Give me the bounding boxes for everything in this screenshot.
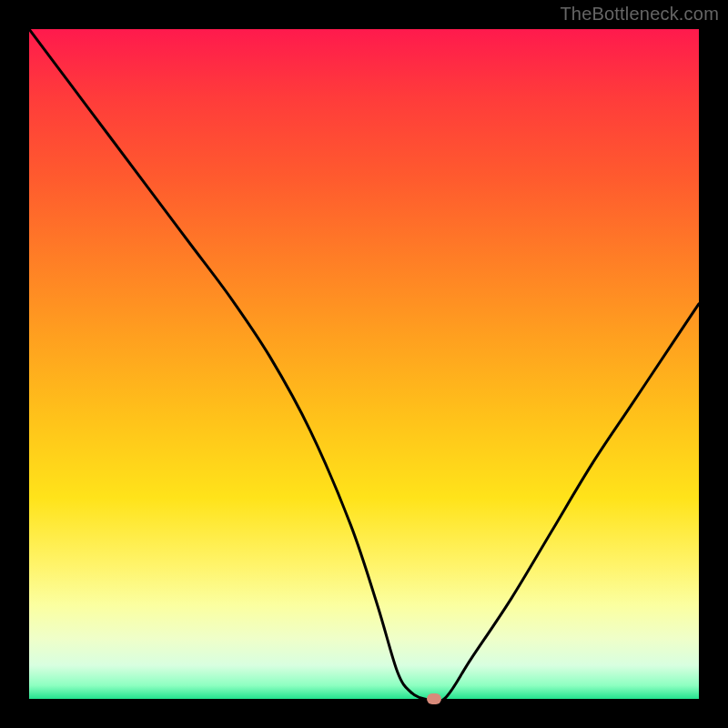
optimal-point-marker [427,693,441,704]
chart-frame: TheBottleneck.com [0,0,728,728]
watermark-text: TheBottleneck.com [560,4,719,25]
plot-area [29,29,699,699]
bottleneck-curve-svg [29,29,699,699]
bottleneck-curve [29,29,699,699]
